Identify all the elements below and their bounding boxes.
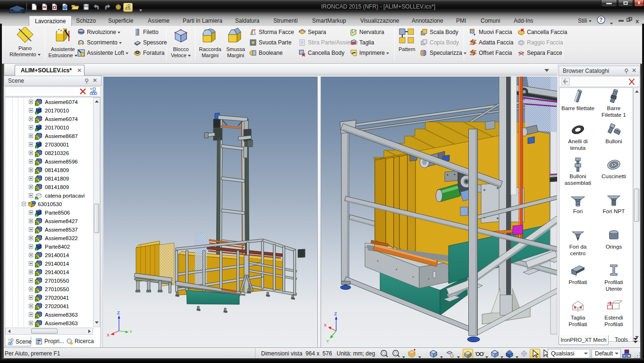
svg-text:X: X [324, 323, 327, 328]
svg-text:Y: Y [129, 329, 132, 334]
svg-text:X: X [107, 333, 110, 337]
svg-text:Z: Z [334, 311, 337, 316]
svg-text:Y: Y [326, 339, 329, 344]
svg-text:?: ? [599, 17, 602, 23]
svg-text:Z: Z [117, 311, 120, 315]
